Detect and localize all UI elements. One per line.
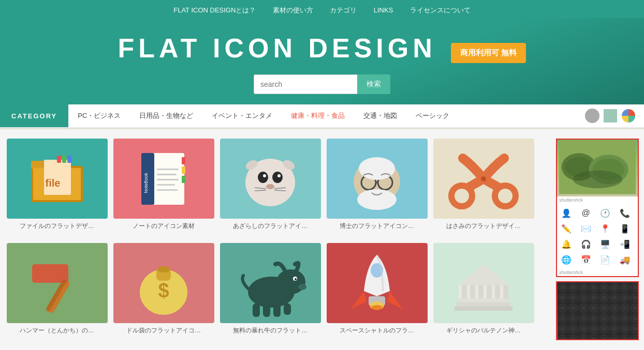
svg-rect-56 xyxy=(253,303,260,317)
icon-thumbnail xyxy=(327,243,428,323)
svg-rect-57 xyxy=(263,303,270,317)
svg-point-26 xyxy=(277,174,281,177)
icon-label: ファイルのフラットデザ… xyxy=(20,222,94,231)
svg-rect-14 xyxy=(182,157,185,164)
svg-point-44 xyxy=(481,176,486,181)
svg-rect-15 xyxy=(182,166,185,174)
ad-icon: 📍 xyxy=(598,221,612,236)
svg-point-27 xyxy=(266,184,274,189)
svg-point-60 xyxy=(298,284,306,290)
ad-icon: 📲 xyxy=(618,237,632,251)
svg-line-43 xyxy=(484,179,499,188)
ad-icon: 📱 xyxy=(618,221,632,236)
ad-icon: 🚚 xyxy=(618,252,632,267)
sidebar: shuttershck 👤 @ 🕐 📞 ✏️ ✉️ 📍 📱 🔔 🎧 🖥️ 📲 🌐… xyxy=(556,139,639,344)
list-item[interactable]: ギリシャのパルテノン神… xyxy=(432,243,535,344)
list-item[interactable]: 無料の暴れ牛のフラット… xyxy=(218,243,322,344)
list-item[interactable]: NoteBook ノートのアイコン素材 xyxy=(112,139,215,240)
svg-rect-8 xyxy=(67,156,71,163)
list-item[interactable]: スペースシャトルのフラ… xyxy=(325,243,429,344)
svg-point-83 xyxy=(573,171,622,188)
nav-license[interactable]: ライセンスについて xyxy=(410,6,471,14)
cat-events[interactable]: イベント・エンタメ xyxy=(202,104,282,127)
svg-line-31 xyxy=(274,190,286,191)
svg-point-24 xyxy=(272,172,283,183)
list-item[interactable]: $ ドル袋のフラットアイコ… xyxy=(112,243,215,344)
hero-section: FLAT ICON DESIGN 商用利用可 無料 検索 xyxy=(0,18,644,104)
cat-daily[interactable]: 日用品・生物など xyxy=(130,104,202,127)
svg-rect-74 xyxy=(478,285,484,298)
nav-about[interactable]: FLAT ICON DESIGNとは？ xyxy=(173,6,256,14)
icon-label: 無料の暴れ牛のフラット… xyxy=(233,326,308,335)
ad-box-2 xyxy=(556,281,639,340)
category-bar: CATEGORY PC・ビジネス 日用品・生物など イベント・エンタメ 健康・料… xyxy=(0,104,644,128)
cat-basic[interactable]: ベーシック xyxy=(406,104,459,127)
svg-point-23 xyxy=(258,172,268,183)
icon-thumbnail xyxy=(327,139,428,219)
svg-point-38 xyxy=(359,157,395,180)
ad-icon: 📅 xyxy=(579,252,593,267)
list-item[interactable]: ハンマー（とんかち）の… xyxy=(5,243,109,344)
icon-thumbnail xyxy=(7,243,108,323)
svg-point-39 xyxy=(357,189,397,210)
svg-rect-75 xyxy=(487,285,492,298)
svg-rect-16 xyxy=(182,176,185,183)
cat-transport[interactable]: 交通・地図 xyxy=(354,104,406,127)
search-button[interactable]: 検索 xyxy=(357,74,390,94)
svg-rect-73 xyxy=(470,285,475,298)
cat-health[interactable]: 健康・料理・食品 xyxy=(282,104,354,127)
svg-marker-71 xyxy=(459,264,508,285)
icon-label: はさみのフラットデザイ… xyxy=(446,222,521,231)
nav-links[interactable]: LINKS xyxy=(374,6,393,14)
ad-source-label: shuttershck xyxy=(557,196,638,204)
svg-rect-19 xyxy=(157,179,179,180)
site-title: FLAT ICON DESIGN xyxy=(118,33,436,64)
nav-category[interactable]: カテゴリ xyxy=(330,6,357,14)
icon-label: 博士のフラットアイコン… xyxy=(340,222,414,231)
color-filter-icons xyxy=(585,109,644,123)
ad-box-1: shuttershck 👤 @ 🕐 📞 ✏️ ✉️ 📍 📱 🔔 🎧 🖥️ 📲 🌐… xyxy=(556,139,639,277)
svg-text:file: file xyxy=(46,177,61,189)
list-item[interactable]: file ファイルのフラットデザ… xyxy=(5,139,109,240)
ad-icon: 🕐 xyxy=(598,206,612,220)
cat-pc-business[interactable]: PC・ビジネス xyxy=(68,104,130,127)
teal-square-filter[interactable] xyxy=(604,109,617,123)
svg-point-52 xyxy=(157,266,170,272)
icon-thumbnail: file xyxy=(7,139,108,219)
list-item[interactable]: あざらしのフラットアイ… xyxy=(218,139,322,240)
svg-rect-72 xyxy=(462,285,467,298)
ad-icon: 🖥️ xyxy=(598,237,612,251)
ad-icons-grid: 👤 @ 🕐 📞 ✏️ ✉️ 📍 📱 🔔 🎧 🖥️ 📲 🌐 📅 📄 🚚 xyxy=(557,204,638,269)
ad-image-1 xyxy=(557,140,638,196)
svg-rect-67 xyxy=(455,307,513,311)
svg-rect-69 xyxy=(459,298,508,302)
ad-image-2 xyxy=(557,282,638,339)
gray-circle-filter[interactable] xyxy=(585,109,599,123)
nav-usage[interactable]: 素材の使い方 xyxy=(273,6,313,14)
search-input[interactable] xyxy=(254,74,357,94)
icon-thumbnail xyxy=(433,243,534,323)
ad-icon: 🌐 xyxy=(559,252,574,267)
multicolor-pie-filter[interactable] xyxy=(621,109,636,123)
svg-text:NoteBook: NoteBook xyxy=(143,173,149,193)
search-row: 検索 xyxy=(0,74,644,94)
list-item[interactable]: 博士のフラットアイコン… xyxy=(325,139,429,240)
list-item[interactable]: はさみのフラットデザイ… xyxy=(432,139,535,240)
svg-rect-7 xyxy=(62,156,66,163)
svg-rect-68 xyxy=(457,302,510,307)
ad-icon: 📞 xyxy=(618,206,632,220)
ad-icon: @ xyxy=(579,206,593,220)
icon-thumbnail xyxy=(220,243,321,323)
ad-icon: 🎧 xyxy=(579,237,593,251)
svg-rect-59 xyxy=(284,303,291,315)
icon-thumbnail: $ xyxy=(113,243,214,323)
icon-thumbnail: NoteBook xyxy=(113,139,214,219)
svg-rect-87 xyxy=(558,282,638,339)
ad-icon: 🔔 xyxy=(559,237,574,251)
icon-grid: file ファイルのフラットデザ… NoteBook xyxy=(5,139,551,344)
icon-label: ハンマー（とんかち）の… xyxy=(20,326,94,335)
ad-icon: ✏️ xyxy=(559,221,574,236)
svg-rect-77 xyxy=(503,285,508,298)
svg-rect-17 xyxy=(157,169,179,170)
free-badge: 商用利用可 無料 xyxy=(451,43,526,63)
